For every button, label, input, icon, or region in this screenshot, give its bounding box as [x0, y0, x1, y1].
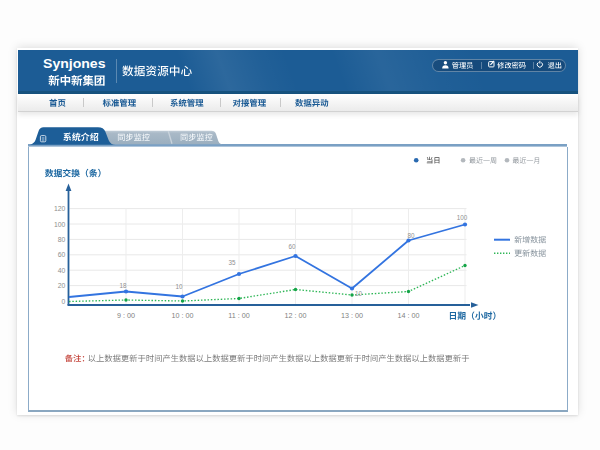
svg-text:120: 120: [54, 205, 66, 212]
svg-text:60: 60: [58, 251, 66, 258]
svg-text:0: 0: [62, 298, 66, 305]
svg-text:100: 100: [54, 221, 66, 228]
svg-text:18: 18: [119, 282, 127, 289]
svg-text:9 : 00: 9 : 00: [117, 311, 135, 320]
svg-text:11 : 00: 11 : 00: [228, 311, 249, 320]
svg-text:10 : 00: 10 : 00: [172, 311, 194, 320]
svg-text:13 : 00: 13 : 00: [341, 311, 363, 320]
svg-text:14 : 00: 14 : 00: [398, 311, 420, 320]
svg-text:100: 100: [457, 214, 468, 221]
svg-text:20: 20: [58, 282, 66, 289]
svg-text:10: 10: [175, 283, 183, 290]
svg-text:40: 40: [58, 267, 66, 274]
svg-text:35: 35: [228, 259, 236, 266]
svg-text:80: 80: [407, 232, 415, 239]
svg-text:Synjones: Synjones: [43, 56, 106, 71]
svg-text:12 : 00: 12 : 00: [285, 311, 307, 320]
svg-text:60: 60: [288, 243, 296, 250]
svg-text:10: 10: [355, 290, 363, 297]
svg-text:80: 80: [58, 236, 66, 243]
